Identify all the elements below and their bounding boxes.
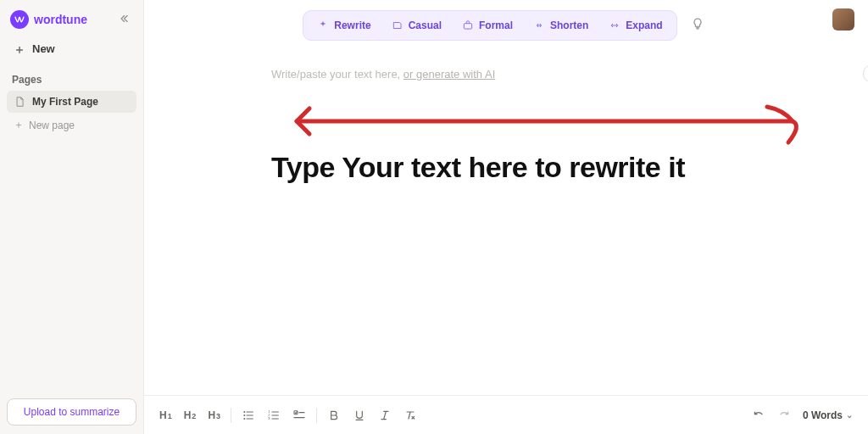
h1-button[interactable]: H1: [159, 409, 172, 421]
user-avatar[interactable]: [832, 8, 854, 31]
shorten-icon: [533, 19, 545, 31]
collapse-sidebar-button[interactable]: [114, 11, 133, 29]
word-count-button[interactable]: 0 Words ⌄: [803, 409, 853, 421]
casual-label: Casual: [409, 19, 442, 31]
separator: [316, 408, 317, 423]
formal-label: Formal: [479, 19, 513, 31]
style-group: [327, 409, 417, 422]
sidebar-page-label: My First Page: [32, 96, 98, 108]
word-count-label: 0 Words: [803, 409, 843, 421]
expand-icon: [609, 19, 620, 31]
h2-button[interactable]: H2: [184, 409, 197, 421]
chevron-down-icon: ⌄: [846, 410, 853, 420]
topbar: Rewrite Casual Formal Shorten Expand: [144, 0, 868, 47]
briefcase-icon: [462, 19, 474, 31]
h3-button[interactable]: H3: [208, 409, 220, 421]
expand-button[interactable]: Expand: [604, 16, 667, 35]
svg-rect-0: [464, 24, 471, 29]
svg-text:3: 3: [268, 416, 270, 420]
new-doc-button[interactable]: ＋ New: [7, 36, 136, 62]
underline-button[interactable]: [353, 409, 366, 422]
italic-icon: [378, 409, 392, 422]
annotation-arrow: [288, 100, 814, 151]
checklist-icon: [292, 409, 306, 422]
underline-icon: [353, 409, 366, 422]
checklist-button[interactable]: [292, 409, 306, 422]
bold-icon: [327, 409, 341, 422]
rewrite-label: Rewrite: [334, 19, 370, 31]
brand-name: wordtune: [34, 13, 87, 26]
shorten-label: Shorten: [550, 19, 588, 31]
sidebar: wordtune ＋ New Pages My First Page ＋ New…: [0, 0, 144, 434]
expand-label: Expand: [626, 19, 662, 31]
rewrite-button[interactable]: Rewrite: [312, 16, 376, 35]
casual-button[interactable]: Casual: [387, 16, 447, 35]
bold-button[interactable]: [327, 409, 341, 422]
clear-format-icon: [403, 409, 417, 422]
separator: [231, 408, 231, 423]
upload-to-summarize-button[interactable]: Upload to summarize: [7, 398, 136, 426]
svg-point-1: [243, 411, 245, 413]
generate-with-ai-link[interactable]: or generate with AI: [403, 68, 495, 81]
bullet-list-icon: [242, 409, 255, 422]
redo-button[interactable]: [777, 409, 791, 422]
list-group: 123: [242, 409, 306, 422]
rewrite-toolbar: Rewrite Casual Formal Shorten Expand: [303, 10, 676, 41]
numbered-list-button[interactable]: 123: [267, 409, 281, 422]
upload-label: Upload to summarize: [24, 406, 120, 418]
tips-button[interactable]: [686, 12, 709, 39]
brand-row: wordtune: [7, 8, 136, 36]
formal-button[interactable]: Formal: [457, 16, 518, 35]
new-doc-label: New: [32, 42, 55, 55]
brand[interactable]: wordtune: [10, 10, 87, 29]
placeholder-prefix: Write/paste your text here,: [271, 68, 403, 81]
sparkles-icon: [317, 19, 329, 31]
shorten-button[interactable]: Shorten: [528, 16, 593, 35]
italic-button[interactable]: [378, 409, 392, 422]
brand-logo-icon: [10, 10, 29, 29]
footer-right: 0 Words ⌄: [752, 409, 853, 422]
format-toolbar: H1 H2 H3 123 0 Words: [144, 395, 868, 434]
new-page-label: New page: [29, 120, 75, 131]
svg-point-3: [243, 418, 245, 420]
editor-area[interactable]: Write/paste your text here, or generate …: [144, 47, 868, 434]
sidebar-spacer: [7, 137, 136, 398]
svg-point-2: [243, 415, 245, 416]
numbered-list-icon: 123: [267, 409, 281, 422]
bullet-list-button[interactable]: [242, 409, 255, 422]
new-page-button[interactable]: ＋ New page: [7, 113, 136, 137]
placeholder-row: Write/paste your text here, or generate …: [271, 64, 746, 83]
heading-group: H1 H2 H3: [159, 409, 220, 421]
clear-format-button[interactable]: [403, 409, 417, 422]
lightbulb-icon: [691, 17, 704, 31]
document-icon: [14, 96, 25, 108]
plus-icon: ＋: [14, 43, 25, 55]
undo-icon: [752, 409, 765, 422]
editor-placeholder: Write/paste your text here, or generate …: [271, 68, 495, 81]
casual-icon: [392, 19, 403, 31]
main: Rewrite Casual Formal Shorten Expand: [144, 0, 868, 434]
redo-icon: [777, 409, 791, 422]
undo-button[interactable]: [752, 409, 765, 422]
pages-section-label: Pages: [7, 62, 136, 91]
add-block-button[interactable]: ＋: [863, 64, 868, 83]
plus-icon: ＋: [14, 118, 24, 132]
hero-instruction-text: Type Your text here to rewrite it: [271, 151, 792, 184]
sidebar-page-item[interactable]: My First Page: [7, 91, 136, 113]
